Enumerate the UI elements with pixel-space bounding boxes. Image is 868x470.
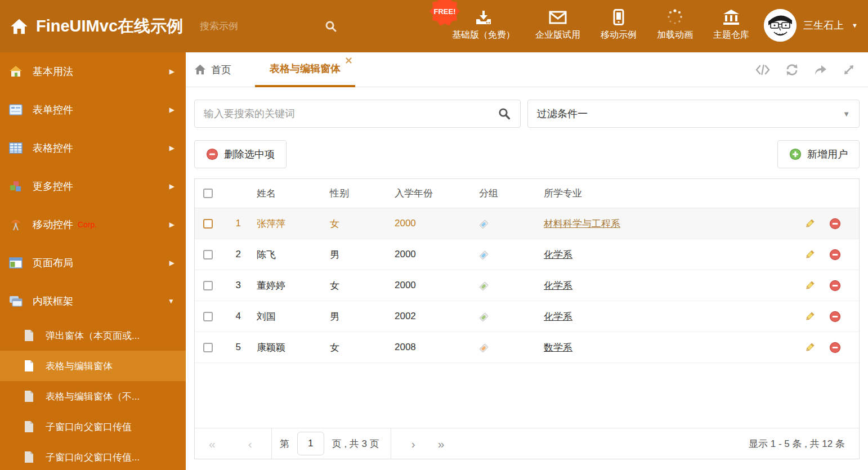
delete-icon[interactable] [829, 249, 841, 261]
major-link[interactable]: 化学系 [544, 280, 572, 291]
expand-icon[interactable] [843, 64, 855, 76]
row-checkbox[interactable] [203, 250, 213, 259]
tab-active[interactable]: 表格与编辑窗体 [255, 52, 355, 87]
search-icon[interactable] [498, 107, 511, 120]
add-user-button[interactable]: 新增用户 [777, 140, 860, 168]
table-row[interactable]: 1 张萍萍 女 2000 材料科学与工程系 [195, 208, 859, 239]
page-icon [24, 451, 34, 463]
nav-item-loading-animation[interactable]: 加载动画 [657, 8, 693, 41]
major-link[interactable]: 化学系 [544, 249, 572, 260]
sidebar-item-basic-usage[interactable]: 基本用法 ▶ [0, 52, 186, 91]
sidebar-subitem-grid-edit-window[interactable]: 表格与编辑窗体 [0, 351, 186, 381]
free-badge: FREE! [429, 0, 460, 26]
sidebar-subitem-child-to-parent-2[interactable]: 子窗口向父窗口传值... [0, 442, 186, 470]
corp-badge: Corp. [78, 220, 97, 229]
chevron-right-icon: ▶ [169, 68, 175, 75]
keyword-search-input[interactable] [204, 108, 498, 120]
column-header-gender[interactable]: 性别 [322, 187, 387, 200]
nav-label-loading-animation: 加载动画 [657, 29, 693, 41]
select-all-checkbox[interactable] [203, 189, 213, 198]
chevron-down-icon: ▼ [843, 110, 850, 118]
source-code-icon[interactable] [755, 64, 770, 75]
cell-gender: 女 [322, 217, 387, 230]
share-icon[interactable] [814, 64, 827, 75]
page-label-prefix: 第 [280, 437, 289, 450]
antenna-icon [9, 218, 23, 231]
cell-gender: 女 [322, 341, 387, 354]
delete-icon[interactable] [829, 218, 841, 230]
sidebar-item-page-layout[interactable]: 页面布局 ▶ [0, 244, 186, 282]
nav-item-enterprise-trial[interactable]: 企业版试用 [535, 10, 580, 41]
row-checkbox[interactable] [203, 312, 213, 321]
next-page-button[interactable]: › [411, 438, 415, 450]
tab-home[interactable]: 首页 [194, 63, 231, 77]
filter-dropdown[interactable]: 过滤条件一 ▼ [527, 100, 860, 128]
tab-active-label: 表格与编辑窗体 [270, 62, 341, 75]
refresh-icon[interactable] [785, 64, 799, 76]
page-number-input[interactable] [297, 432, 324, 455]
tab-tools [755, 64, 860, 76]
table-row[interactable]: 5 康颖颖 女 2008 数学系 [195, 332, 859, 363]
brand[interactable]: FineUIMvc在线示例 [10, 15, 183, 38]
keyword-search[interactable] [194, 100, 521, 128]
cell-year: 2008 [387, 342, 471, 353]
sidebar-item-form-controls[interactable]: 表单控件 ▶ [0, 91, 186, 129]
row-checkbox[interactable] [203, 343, 213, 352]
row-number: 2 [221, 249, 249, 260]
sidebar-item-mobile-controls[interactable]: 移动控件 Corp. ▶ [0, 205, 186, 244]
delete-icon[interactable] [829, 311, 841, 323]
delete-icon[interactable] [829, 280, 841, 292]
delete-icon[interactable] [829, 342, 841, 353]
edit-icon[interactable] [804, 311, 816, 323]
major-link[interactable]: 数学系 [544, 342, 572, 353]
pagination-bar: « ‹ 第 页 , 共 3 页 › » 显示 1 - 5 条 , 共 12 条 [195, 428, 859, 459]
pager-divider [391, 428, 391, 459]
header-search-input[interactable] [200, 21, 324, 32]
table-row[interactable]: 4 刘国 男 2002 化学系 [195, 301, 859, 332]
last-page-button[interactable]: » [438, 438, 445, 450]
sidebar-item-more-controls[interactable]: 更多控件 ▶ [0, 167, 186, 205]
filter-dropdown-value: 过滤条件一 [537, 107, 588, 120]
cell-name: 康颖颖 [249, 341, 322, 354]
column-header-major[interactable]: 所学专业 [536, 187, 786, 200]
sidebar-subitem-popup-window[interactable]: 弹出窗体（本页面或... [0, 320, 186, 351]
header-search[interactable] [200, 20, 318, 33]
major-link[interactable]: 化学系 [544, 311, 572, 322]
tag-icon [479, 342, 490, 353]
major-link[interactable]: 材料科学与工程系 [544, 218, 620, 229]
close-icon[interactable] [346, 57, 352, 64]
table-row[interactable]: 2 陈飞 男 2000 化学系 [195, 239, 859, 270]
sidebar-subitem-child-to-parent[interactable]: 子窗口向父窗口传值 [0, 411, 186, 442]
sidebar-subitem-grid-edit-window-2[interactable]: 表格与编辑窗体（不... [0, 381, 186, 411]
sidebar-item-grid-controls[interactable]: 表格控件 ▶ [0, 129, 186, 167]
mobile-icon [613, 9, 624, 25]
table-row[interactable]: 3 董婷婷 女 2000 化学系 [195, 270, 859, 301]
edit-icon[interactable] [804, 249, 816, 261]
form-icon [9, 104, 23, 115]
delete-selected-button[interactable]: 删除选中项 [194, 140, 287, 168]
sidebar-item-iframe[interactable]: 内联框架 ▼ [0, 282, 186, 320]
column-header-name[interactable]: 姓名 [249, 187, 322, 200]
column-header-group[interactable]: 分组 [471, 187, 536, 200]
cell-gender: 男 [322, 310, 387, 323]
bank-icon [722, 10, 740, 25]
header-nav: FREE! 基础版（免费） 企业版试用 移动示例 [452, 8, 749, 44]
edit-icon[interactable] [804, 342, 816, 353]
prev-page-button[interactable]: ‹ [248, 438, 252, 450]
avatar[interactable] [764, 9, 797, 42]
page-icon [24, 360, 34, 372]
column-header-year[interactable]: 入学年份 [387, 187, 471, 200]
nav-item-theme-repo[interactable]: 主题仓库 [713, 10, 749, 41]
edit-icon[interactable] [804, 218, 816, 230]
first-page-button[interactable]: « [209, 438, 216, 450]
row-checkbox[interactable] [203, 281, 213, 290]
row-checkbox[interactable] [203, 219, 213, 229]
user-menu[interactable]: 三生石上 ▼ [764, 9, 858, 44]
app-title: FineUIMvc在线示例 [36, 15, 183, 38]
sidebar: 基本用法 ▶ 表单控件 ▶ 表格控件 ▶ 更多控件 ▶ 移动控件 Corp. ▶… [0, 52, 186, 470]
nav-item-basic-free[interactable]: FREE! 基础版（免费） [452, 10, 515, 41]
edit-icon[interactable] [804, 280, 816, 292]
search-icon[interactable] [324, 20, 338, 33]
chevron-right-icon: ▶ [169, 259, 175, 267]
nav-item-mobile-demo[interactable]: 移动示例 [601, 9, 637, 41]
